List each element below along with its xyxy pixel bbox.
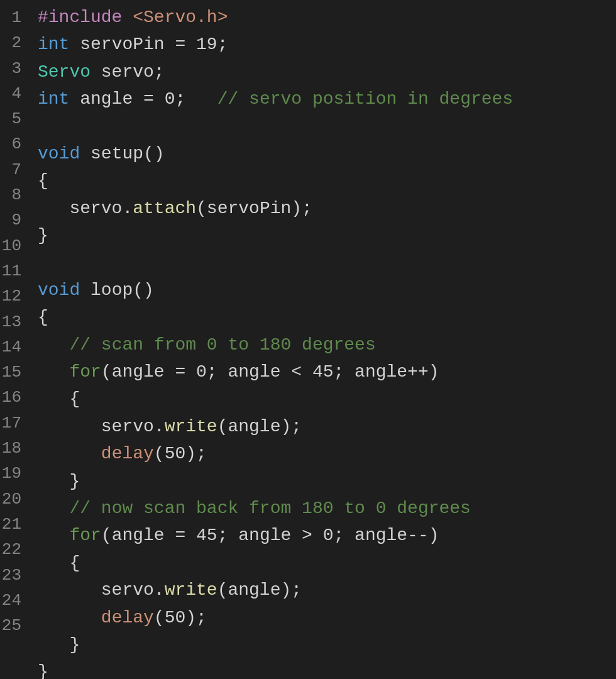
token: // now scan back from 180 to 0 degrees <box>69 499 471 518</box>
code-line-20: for(angle = 45; angle > 0; angle--) <box>38 522 616 549</box>
token: { <box>38 171 48 190</box>
token <box>38 499 69 518</box>
code-line-24: } <box>38 631 616 658</box>
token: #include <box>38 8 133 27</box>
code-line-12: { <box>38 304 616 331</box>
token: attach <box>133 199 196 218</box>
line-number-6: 6 <box>0 131 28 157</box>
token: int <box>38 89 69 109</box>
token <box>38 335 69 355</box>
code-line-4: int angle = 0; // servo position in degr… <box>38 86 616 113</box>
token: void <box>38 280 80 300</box>
token: (angle); <box>217 417 302 436</box>
code-line-18: } <box>38 468 616 495</box>
code-line-1: #include <Servo.h> <box>38 4 616 31</box>
line-numbers: 1234567891011121314151617181920212223242… <box>0 4 33 679</box>
code-line-15: { <box>38 385 616 412</box>
token: // servo position in degrees <box>217 89 513 109</box>
line-number-20: 20 <box>0 487 28 512</box>
code-line-23: delay(50); <box>38 604 616 631</box>
token: servo. <box>38 199 133 218</box>
token: (servoPin); <box>196 199 312 218</box>
code-line-22: servo.write(angle); <box>38 577 616 604</box>
token: { <box>38 553 80 573</box>
line-number-8: 8 <box>0 182 28 207</box>
line-number-2: 2 <box>0 30 28 55</box>
code-line-14: for(angle = 0; angle < 45; angle++) <box>38 358 616 385</box>
token <box>38 608 101 627</box>
token <box>38 444 101 463</box>
token: angle = 0; <box>69 89 217 109</box>
token: // scan from 0 to 180 degrees <box>69 335 375 355</box>
line-number-3: 3 <box>0 56 28 81</box>
token: { <box>38 389 80 409</box>
code-line-8: servo.attach(servoPin); <box>38 195 616 222</box>
token: } <box>38 662 48 679</box>
token <box>38 526 69 545</box>
token: (50); <box>154 444 207 463</box>
code-line-5 <box>38 113 616 140</box>
line-number-17: 17 <box>0 411 28 436</box>
token: delay <box>101 608 154 627</box>
line-number-24: 24 <box>0 588 28 613</box>
line-number-19: 19 <box>0 461 28 486</box>
token: } <box>38 226 48 245</box>
code-line-3: Servo servo; <box>38 58 616 86</box>
line-number-21: 21 <box>0 512 28 537</box>
token: (angle); <box>217 580 302 600</box>
token: servoPin = 19; <box>69 35 228 54</box>
code-line-21: { <box>38 549 616 577</box>
line-number-14: 14 <box>0 334 28 360</box>
line-number-15: 15 <box>0 360 28 385</box>
line-number-5: 5 <box>0 106 28 131</box>
token: delay <box>101 444 154 463</box>
token: { <box>38 307 48 327</box>
code-line-7: { <box>38 167 616 194</box>
token: (50); <box>154 608 207 627</box>
code-line-13: // scan from 0 to 180 degrees <box>38 331 616 358</box>
code-line-6: void setup() <box>38 140 616 167</box>
code-line-16: servo.write(angle); <box>38 413 616 440</box>
code-line-25: } <box>38 658 616 679</box>
line-number-10: 10 <box>0 233 28 258</box>
line-number-1: 1 <box>0 5 28 30</box>
token: (angle = 0; angle < 45; angle++) <box>101 362 439 382</box>
line-number-13: 13 <box>0 309 28 334</box>
code-line-10 <box>38 250 616 277</box>
token: <Servo.h> <box>133 8 228 27</box>
token: write <box>165 417 217 436</box>
line-number-16: 16 <box>0 385 28 410</box>
code-line-11: void loop() <box>38 277 616 304</box>
token: (angle = 45; angle > 0; angle--) <box>101 526 439 545</box>
token: for <box>69 362 101 382</box>
token: servo. <box>38 580 165 600</box>
token: } <box>38 635 80 654</box>
token: loop() <box>80 280 154 300</box>
token: servo. <box>38 417 165 436</box>
code-editor: 1234567891011121314151617181920212223242… <box>0 0 616 679</box>
line-number-12: 12 <box>0 284 28 309</box>
code-content: #include <Servo.h>int servoPin = 19;Serv… <box>33 4 616 679</box>
token: servo; <box>91 62 165 82</box>
line-number-11: 11 <box>0 258 28 284</box>
code-line-9: } <box>38 222 616 249</box>
line-number-9: 9 <box>0 207 28 233</box>
line-number-23: 23 <box>0 563 28 588</box>
code-line-19: // now scan back from 180 to 0 degrees <box>38 495 616 522</box>
token: void <box>38 144 80 163</box>
token: write <box>165 580 217 600</box>
line-number-22: 22 <box>0 537 28 562</box>
token: int <box>38 35 69 54</box>
line-number-25: 25 <box>0 613 28 638</box>
line-number-7: 7 <box>0 157 28 182</box>
line-number-4: 4 <box>0 81 28 106</box>
code-line-2: int servoPin = 19; <box>38 31 616 58</box>
token: Servo <box>38 62 91 82</box>
token: setup() <box>80 144 164 163</box>
code-line-17: delay(50); <box>38 440 616 467</box>
line-number-18: 18 <box>0 436 28 461</box>
token: for <box>69 526 101 545</box>
token <box>38 362 69 382</box>
token: } <box>38 472 80 491</box>
